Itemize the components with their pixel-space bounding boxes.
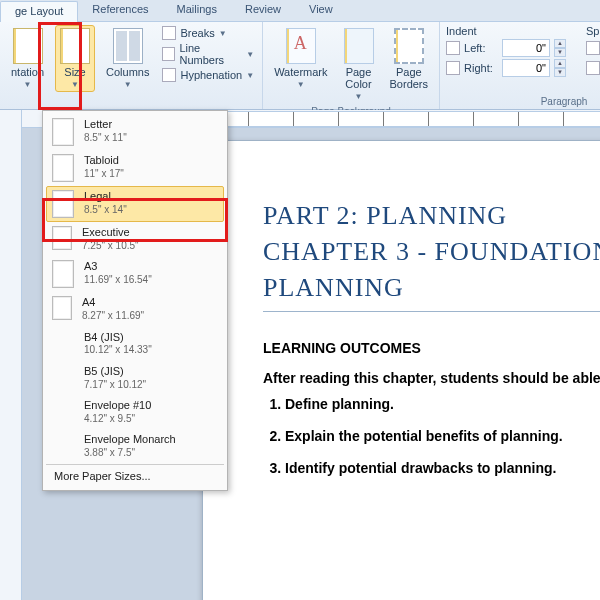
page-color-button[interactable]: Page Color ▼ [339,25,379,104]
size-option-a4[interactable]: A48.27" x 11.69" [46,292,224,326]
size-option-b4-jis[interactable]: B4 (JIS)10.12" x 14.33" [46,327,224,361]
ribbon: ntation ▼ Size ▼ Columns ▼ Breaks ▼ [0,22,600,110]
chevron-down-icon: ▼ [246,50,254,59]
chevron-down-icon: ▼ [24,80,32,89]
spacing-after-control[interactable]: After: [586,59,600,77]
spacing-after-icon [586,61,600,75]
list-item: Explain the potential benefits of planni… [285,428,600,444]
orientation-button[interactable]: ntation ▼ [6,25,49,92]
indent-left-icon [446,41,460,55]
indent-right-control[interactable]: Right: ▲▼ [446,59,566,77]
group-page-setup: ntation ▼ Size ▼ Columns ▼ Breaks ▼ [0,22,263,109]
size-option-letter[interactable]: Letter8.5" x 11" [46,114,224,150]
chevron-down-icon: ▼ [246,71,254,80]
line-numbers-icon [162,47,175,61]
outcome-list: Define planning. Explain the potential b… [263,396,600,476]
group-label-paragraph: Paragraph [446,94,600,107]
lead-paragraph: After reading this chapter, students sho… [263,370,600,386]
page-icon [52,226,72,250]
size-label: Size [64,66,85,78]
title-underline [263,311,600,312]
group-paragraph: Indent Left: ▲▼ Right: ▲▼ Spacing [440,22,600,109]
stepper-icon[interactable]: ▲▼ [554,59,566,77]
indent-right-icon [446,61,460,75]
group-page-background: Watermark ▼ Page Color ▼ Page Borders Pa… [263,22,440,109]
size-option-legal[interactable]: Legal8.5" x 14" [46,186,224,222]
chevron-down-icon: ▼ [297,80,305,89]
orientation-label: ntation [11,66,44,78]
watermark-button[interactable]: Watermark ▼ [269,25,332,104]
indent-right-input[interactable] [502,59,550,77]
group-label-page-setup [6,105,256,107]
doc-title-2a: CHAPTER 3 - FOUNDATIONS O [263,237,600,267]
size-option-executive[interactable]: Executive7.25" x 10.5" [46,222,224,256]
tab-review[interactable]: Review [231,0,295,21]
page-icon [52,154,74,182]
spacing-before-icon [586,41,600,55]
chevron-down-icon: ▼ [124,80,132,89]
indent-left-control[interactable]: Left: ▲▼ [446,39,566,57]
chevron-down-icon: ▼ [71,80,79,89]
list-item: Define planning. [285,396,600,412]
chevron-down-icon: ▼ [355,92,363,101]
page-icon [52,118,74,146]
tab-references[interactable]: References [78,0,162,21]
hyphenation-button[interactable]: Hyphenation ▼ [160,67,256,83]
tab-view[interactable]: View [295,0,347,21]
columns-label: Columns [106,66,149,78]
ribbon-tabs: ge Layout References Mailings Review Vie… [0,0,600,22]
size-option-envelope-10[interactable]: Envelope #104.12" x 9.5" [46,395,224,429]
page-icon [52,260,74,288]
section-heading: LEARNING OUTCOMES [263,340,600,356]
size-option-tabloid[interactable]: Tabloid11" x 17" [46,150,224,186]
size-option-b5-jis[interactable]: B5 (JIS)7.17" x 10.12" [46,361,224,395]
size-option-envelope-monarch[interactable]: Envelope Monarch3.88" x 7.5" [46,429,224,463]
page-icon [52,296,72,320]
breaks-button[interactable]: Breaks ▼ [160,25,256,41]
doc-title-1: PART 2: PLANNING [263,201,600,231]
vertical-ruler [0,110,22,600]
page-borders-button[interactable]: Page Borders [385,25,434,104]
more-paper-sizes[interactable]: More Paper Sizes... [46,464,224,487]
stepper-icon[interactable]: ▲▼ [554,39,566,57]
columns-button[interactable]: Columns ▼ [101,25,154,92]
tab-page-layout[interactable]: ge Layout [0,1,78,22]
size-option-a3[interactable]: A311.69" x 16.54" [46,256,224,292]
indent-left-input[interactable] [502,39,550,57]
page-icon [52,190,74,218]
spacing-before-control[interactable]: Before: [586,39,600,57]
chevron-down-icon: ▼ [219,29,227,38]
indent-heading: Indent [446,25,566,37]
doc-title-2b: PLANNING [263,273,600,303]
list-item: Identify potential drawbacks to planning… [285,460,600,476]
breaks-icon [162,26,176,40]
spacing-heading: Spacing [586,25,600,37]
size-dropdown: Letter8.5" x 11" Tabloid11" x 17" Legal8… [42,110,228,491]
line-numbers-button[interactable]: Line Numbers ▼ [160,41,256,67]
document-page[interactable]: PART 2: PLANNING CHAPTER 3 - FOUNDATIONS… [202,140,600,600]
size-button[interactable]: Size ▼ [55,25,95,92]
hyphenation-icon [162,68,176,82]
tab-mailings[interactable]: Mailings [163,0,231,21]
